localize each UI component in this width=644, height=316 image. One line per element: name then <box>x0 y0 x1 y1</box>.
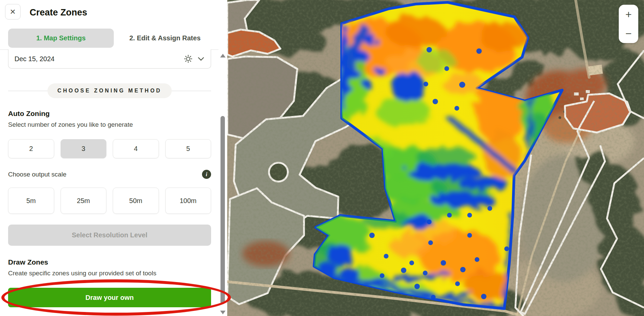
select-resolution-button[interactable]: Select Resolution Level <box>8 225 211 246</box>
zone-count-2[interactable]: 2 <box>8 139 54 158</box>
info-icon[interactable]: i <box>202 170 211 179</box>
map-zoom-control: + − <box>619 5 638 43</box>
tab-label: 1. Map Settings <box>36 34 86 42</box>
scroll-down-arrow-icon[interactable] <box>220 311 226 314</box>
draw-your-own-button[interactable]: Draw your own <box>8 288 211 307</box>
divider-line <box>172 91 211 91</box>
auto-zoning-subtitle: Select number of zones you like to gener… <box>8 121 133 128</box>
close-button[interactable]: × <box>5 4 21 19</box>
auto-zoning-title: Auto Zoning <box>8 110 50 118</box>
date-value: Dec 15, 2024 <box>14 55 184 63</box>
zone-count-4[interactable]: 4 <box>113 139 159 158</box>
sun-icon <box>184 54 193 63</box>
divider-line <box>8 91 47 91</box>
zoom-out-button[interactable]: − <box>619 24 638 43</box>
zoning-method-divider: CHOOSE ZONING METHOD <box>8 83 211 98</box>
scroll-up-arrow-icon[interactable] <box>220 54 226 57</box>
tab-edit-assign-rates[interactable]: 2. Edit & Assign Rates <box>118 29 212 48</box>
scale-50m[interactable]: 50m <box>113 188 159 214</box>
zone-count-5[interactable]: 5 <box>165 139 211 158</box>
map-canvas[interactable] <box>227 0 644 316</box>
zone-count-3[interactable]: 3 <box>61 139 107 158</box>
zoom-in-button[interactable]: + <box>619 5 638 24</box>
satellite-map <box>227 0 644 316</box>
tab-label: 2. Edit & Assign Rates <box>129 34 201 42</box>
zoning-method-label: CHOOSE ZONING METHOD <box>47 83 172 98</box>
scrollbar-thumb[interactable] <box>221 116 225 304</box>
imagery-date-select[interactable]: Dec 15, 2024 <box>8 49 211 69</box>
draw-zones-title: Draw Zones <box>8 258 48 266</box>
output-scale-row: Choose output scale i <box>8 170 211 179</box>
output-scale-label: Choose output scale <box>8 171 202 178</box>
scale-100m[interactable]: 100m <box>165 188 211 214</box>
zone-count-options: 2 3 4 5 <box>8 139 211 158</box>
scale-5m[interactable]: 5m <box>8 188 54 214</box>
tab-map-settings[interactable]: 1. Map Settings <box>8 29 114 48</box>
create-zones-panel: × Create Zones 1. Map Settings 2. Edit &… <box>0 0 227 316</box>
panel-scrollbar <box>218 0 227 316</box>
draw-zones-subtitle: Create specific zones using our provided… <box>8 270 156 277</box>
scale-25m[interactable]: 25m <box>61 188 107 214</box>
output-scale-options: 5m 25m 50m 100m <box>8 188 211 214</box>
chevron-down-icon[interactable] <box>198 57 204 61</box>
close-icon: × <box>10 7 15 16</box>
page-title: Create Zones <box>30 7 87 18</box>
